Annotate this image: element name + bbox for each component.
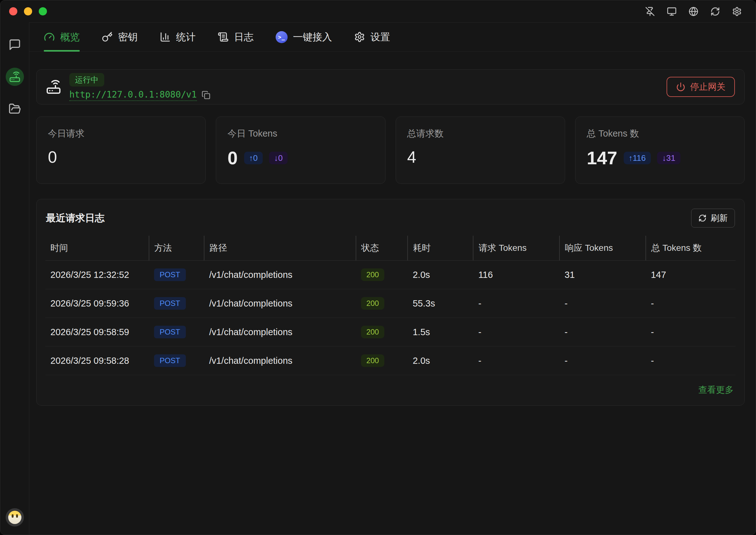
chat-bubble-icon: [9, 39, 21, 51]
tab-statistics[interactable]: 统计: [160, 23, 196, 51]
stop-gateway-button[interactable]: 停止网关: [667, 77, 735, 97]
terminal-circle-icon: >_: [276, 31, 287, 43]
logs-title: 最近请求日志: [46, 211, 105, 225]
stat-card-total-requests: 总请求数 4: [396, 116, 565, 184]
column-header-duration: 耗时: [408, 236, 473, 261]
face-in-clouds-emoji: [8, 511, 21, 524]
method-badge: POST: [154, 297, 186, 310]
sidebar-item-gateway[interactable]: [6, 68, 24, 86]
router-icon: [46, 79, 61, 95]
column-header-response-tokens: 响应 Tokens: [559, 236, 646, 261]
pin-off-icon[interactable]: [645, 7, 655, 16]
method-badge: POST: [154, 354, 186, 367]
close-window-button[interactable]: [9, 7, 17, 15]
app-window: 概览 密钥 统计 日志 >_ 一键接入: [0, 0, 756, 535]
gateway-status-card: 运行中 http://127.0.0.1:8080/v1 停止网关: [36, 69, 745, 104]
method-badge: POST: [154, 268, 186, 281]
status-badge: 200: [361, 268, 384, 281]
stat-label: 今日 Tokens: [227, 127, 374, 140]
main-panel: 概览 密钥 统计 日志 >_ 一键接入: [29, 22, 756, 535]
power-icon: [676, 82, 685, 92]
gauge-icon: [44, 32, 55, 42]
input-tokens-chip: ↑116: [624, 152, 651, 164]
scroll-icon: [218, 32, 229, 42]
tab-label: 概览: [60, 31, 80, 44]
refresh-icon[interactable]: [710, 7, 720, 16]
column-header-method: 方法: [149, 236, 204, 261]
key-icon: [102, 32, 113, 42]
output-tokens-chip: ↓31: [657, 152, 680, 164]
column-header-path: 路径: [204, 236, 356, 261]
tab-bar: 概览 密钥 统计 日志 >_ 一键接入: [29, 23, 756, 52]
log-row[interactable]: 2026/3/25 09:59:36 POST /v1/chat/complet…: [45, 289, 736, 318]
monitor-icon[interactable]: [667, 7, 677, 16]
bar-chart-icon: [160, 32, 171, 42]
titlebar: [0, 0, 756, 22]
overview-content: 运行中 http://127.0.0.1:8080/v1 停止网关: [29, 52, 756, 535]
gateway-url-link[interactable]: http://127.0.0.1:8080/v1: [69, 89, 197, 101]
tab-label: 一键接入: [293, 31, 332, 44]
column-header-request-tokens: 请求 Tokens: [473, 236, 559, 261]
column-header-total-tokens: 总 Tokens 数: [646, 236, 736, 261]
logs-table: 时间 方法 路径 状态 耗时 请求 Tokens 响应 Tokens 总 Tok…: [45, 236, 736, 375]
log-row[interactable]: 2026/3/25 09:58:59 POST /v1/chat/complet…: [45, 318, 736, 347]
status-badge: 200: [361, 326, 384, 338]
refresh-icon: [698, 214, 707, 222]
tab-logs[interactable]: 日志: [218, 23, 254, 51]
stat-value: 0: [227, 149, 237, 167]
sidebar: [0, 22, 29, 535]
output-tokens-chip: ↓0: [269, 152, 287, 164]
stat-card-today-tokens: 今日 Tokens 0 ↑0 ↓0: [216, 116, 385, 184]
input-tokens-chip: ↑0: [244, 152, 263, 164]
gear-icon: [354, 32, 365, 42]
tab-label: 密钥: [118, 31, 138, 44]
user-avatar[interactable]: [6, 508, 24, 526]
copy-url-button[interactable]: [201, 91, 210, 99]
gear-icon[interactable]: [732, 7, 742, 16]
stat-value: 147: [587, 149, 618, 167]
folder-icon: [9, 102, 21, 115]
tab-quick-connect[interactable]: >_ 一键接入: [276, 23, 332, 51]
tab-settings[interactable]: 设置: [354, 23, 390, 51]
tab-label: 日志: [234, 31, 254, 44]
zoom-window-button[interactable]: [39, 7, 47, 15]
router-icon: [9, 71, 20, 82]
globe-icon[interactable]: [689, 7, 698, 16]
titlebar-actions: [645, 7, 742, 16]
method-badge: POST: [154, 326, 186, 338]
tab-keys[interactable]: 密钥: [102, 23, 138, 51]
tab-overview[interactable]: 概览: [44, 23, 80, 51]
minimize-window-button[interactable]: [24, 7, 32, 15]
column-header-time: 时间: [45, 236, 149, 261]
gateway-running-badge: 运行中: [69, 73, 104, 87]
tab-label: 统计: [176, 31, 196, 44]
stat-value: 0: [48, 149, 57, 165]
column-header-status: 状态: [356, 236, 408, 261]
stat-label: 总 Tokens 数: [587, 127, 733, 140]
view-more-link[interactable]: 查看更多: [698, 385, 734, 395]
stat-value: 4: [407, 149, 416, 165]
log-row[interactable]: 2026/3/25 12:32:52 POST /v1/chat/complet…: [45, 261, 736, 289]
window-controls: [9, 7, 47, 15]
stat-label: 今日请求: [48, 127, 194, 140]
status-badge: 200: [361, 297, 384, 310]
sidebar-item-chat[interactable]: [6, 36, 24, 54]
stats-grid: 今日请求 0 今日 Tokens 0 ↑0 ↓0: [36, 116, 745, 184]
tab-label: 设置: [371, 31, 390, 44]
stat-label: 总请求数: [407, 127, 554, 140]
stat-card-today-requests: 今日请求 0: [36, 116, 206, 184]
logs-header-row: 时间 方法 路径 状态 耗时 请求 Tokens 响应 Tokens 总 Tok…: [45, 236, 736, 261]
stat-card-total-tokens: 总 Tokens 数 147 ↑116 ↓31: [575, 116, 745, 184]
status-badge: 200: [361, 354, 384, 367]
refresh-logs-button[interactable]: 刷新: [691, 209, 735, 228]
sidebar-item-files[interactable]: [6, 100, 24, 118]
recent-logs-card: 最近请求日志 刷新: [36, 199, 745, 406]
log-row[interactable]: 2026/3/25 09:58:28 POST /v1/chat/complet…: [45, 347, 736, 375]
